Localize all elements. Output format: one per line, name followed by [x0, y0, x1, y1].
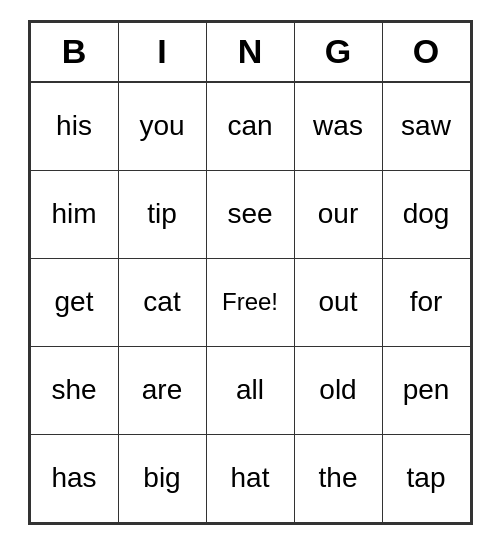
table-row: getcatFree!outfor — [30, 258, 470, 346]
header-g: G — [294, 22, 382, 82]
cell-4-3: the — [294, 434, 382, 522]
cell-2-4: for — [382, 258, 470, 346]
cell-1-0: him — [30, 170, 118, 258]
cell-3-3: old — [294, 346, 382, 434]
cell-2-0: get — [30, 258, 118, 346]
cell-3-0: she — [30, 346, 118, 434]
cell-2-3: out — [294, 258, 382, 346]
bingo-table: B I N G O hisyoucanwassawhimtipseeourdog… — [30, 22, 471, 523]
cell-4-0: has — [30, 434, 118, 522]
header-b: B — [30, 22, 118, 82]
cell-1-1: tip — [118, 170, 206, 258]
cell-0-2: can — [206, 82, 294, 170]
table-row: shearealloldpen — [30, 346, 470, 434]
cell-1-4: dog — [382, 170, 470, 258]
cell-1-3: our — [294, 170, 382, 258]
cell-3-2: all — [206, 346, 294, 434]
bingo-card: B I N G O hisyoucanwassawhimtipseeourdog… — [28, 20, 473, 525]
cell-0-3: was — [294, 82, 382, 170]
cell-2-1: cat — [118, 258, 206, 346]
cell-3-1: are — [118, 346, 206, 434]
table-row: hasbighatthetap — [30, 434, 470, 522]
header-o: O — [382, 22, 470, 82]
header-row: B I N G O — [30, 22, 470, 82]
cell-1-2: see — [206, 170, 294, 258]
cell-0-0: his — [30, 82, 118, 170]
cell-4-2: hat — [206, 434, 294, 522]
bingo-body: hisyoucanwassawhimtipseeourdoggetcatFree… — [30, 82, 470, 522]
table-row: himtipseeourdog — [30, 170, 470, 258]
cell-2-2: Free! — [206, 258, 294, 346]
header-i: I — [118, 22, 206, 82]
cell-0-4: saw — [382, 82, 470, 170]
table-row: hisyoucanwassaw — [30, 82, 470, 170]
cell-4-1: big — [118, 434, 206, 522]
header-n: N — [206, 22, 294, 82]
cell-0-1: you — [118, 82, 206, 170]
cell-3-4: pen — [382, 346, 470, 434]
cell-4-4: tap — [382, 434, 470, 522]
